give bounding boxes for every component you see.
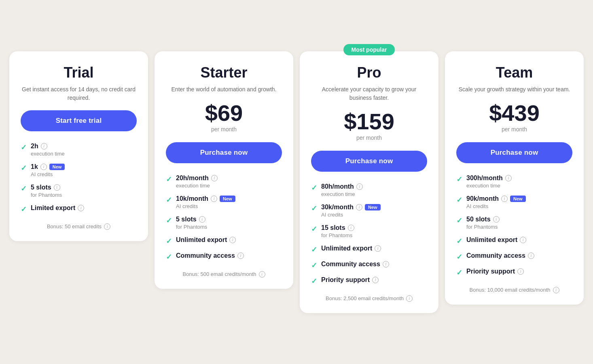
feature-item: ✓ 15 slots i for Phantoms [311, 224, 427, 238]
bonus-text: Bonus: 50 email credits [47, 223, 102, 229]
feature-sub: for Phantoms [321, 232, 354, 238]
plan-card-pro: Most popularProAccelerate your capacity … [300, 51, 438, 313]
feature-main: 80h/month i [321, 183, 363, 190]
feature-content: 5 slots i for Phantoms [31, 184, 62, 198]
info-icon[interactable]: i [40, 164, 47, 170]
checkmark-icon: ✓ [311, 245, 317, 254]
cta-button-trial[interactable]: Start free trial [21, 110, 137, 131]
info-icon[interactable]: i [229, 237, 236, 243]
bonus-info-icon[interactable]: i [259, 271, 265, 278]
feature-content: 80h/month i execution time [321, 183, 363, 197]
bonus-row-team: Bonus: 10,000 email credits/month i [456, 277, 572, 293]
feature-content: 30k/month i New AI credits [321, 204, 381, 218]
info-icon[interactable]: i [237, 252, 244, 259]
feature-content: Unlimited export i [466, 236, 526, 244]
features-list-starter: ✓ 20h/month i execution time ✓ 10k/month… [166, 175, 282, 261]
bonus-info-icon[interactable]: i [406, 295, 413, 302]
info-icon[interactable]: i [383, 261, 389, 267]
feature-sub: AI credits [466, 203, 526, 209]
feature-title: 90k/month [466, 195, 499, 202]
feature-title: 1k [31, 163, 38, 170]
features-list-trial: ✓ 2h i execution time ✓ 1k i New [21, 143, 137, 214]
feature-item: ✓ Community access i [166, 252, 282, 261]
plan-name-trial: Trial [21, 64, 137, 81]
info-icon[interactable]: i [520, 237, 526, 243]
feature-main: Limited export i [31, 204, 84, 212]
feature-main: Community access i [466, 252, 534, 259]
info-icon[interactable]: i [199, 216, 205, 223]
feature-item: ✓ Community access i [456, 252, 572, 261]
feature-title: 20h/month [176, 175, 209, 182]
checkmark-icon: ✓ [166, 175, 172, 184]
feature-sub: AI credits [321, 212, 381, 218]
new-badge: New [365, 204, 381, 210]
feature-content: Community access i [321, 261, 389, 268]
info-icon[interactable]: i [356, 204, 362, 210]
info-icon[interactable]: i [493, 216, 500, 223]
feature-main: 15 slots i [321, 224, 354, 231]
feature-title: Unlimited export [321, 245, 372, 252]
info-icon[interactable]: i [356, 183, 363, 190]
new-badge: New [220, 196, 235, 202]
info-icon[interactable]: i [528, 252, 534, 259]
info-icon[interactable]: i [348, 225, 354, 231]
plan-card-trial: TrialGet instant access for 14 days, no … [9, 51, 148, 241]
price-period-team: per month [456, 126, 572, 133]
checkmark-icon: ✓ [21, 184, 27, 193]
feature-item: ✓ Community access i [311, 261, 427, 270]
feature-sub: for Phantoms [31, 192, 62, 198]
feature-content: 2h i execution time [31, 143, 65, 157]
feature-item: ✓ 30k/month i New AI credits [311, 204, 427, 218]
info-icon[interactable]: i [211, 196, 217, 202]
info-icon[interactable]: i [372, 277, 379, 283]
plan-card-team: TeamScale your growth strategy within yo… [445, 51, 584, 305]
info-icon[interactable]: i [501, 196, 508, 202]
info-icon[interactable]: i [41, 143, 47, 149]
checkmark-icon: ✓ [166, 252, 172, 261]
feature-main: 90k/month i New [466, 195, 526, 202]
feature-title: Community access [321, 261, 380, 268]
feature-main: Priority support i [321, 276, 379, 284]
info-icon[interactable]: i [54, 184, 60, 191]
plan-card-starter: StarterEnter the world of automation and… [155, 51, 293, 289]
feature-item: ✓ Unlimited export i [456, 236, 572, 246]
info-icon[interactable]: i [505, 175, 512, 181]
feature-main: 1k i New [31, 163, 65, 170]
checkmark-icon: ✓ [456, 175, 462, 184]
feature-item: ✓ 50 slots i for Phantoms [456, 216, 572, 230]
feature-main: 5 slots i [176, 216, 207, 223]
cta-button-pro[interactable]: Purchase now [311, 151, 427, 172]
feature-sub: AI credits [176, 203, 235, 209]
feature-item: ✓ Unlimited export i [166, 236, 282, 246]
feature-content: 300h/month i execution time [466, 175, 512, 189]
bonus-row-starter: Bonus: 500 email credits/month i [166, 261, 282, 278]
checkmark-icon: ✓ [456, 196, 462, 204]
cta-button-starter[interactable]: Purchase now [166, 142, 282, 163]
feature-main: 20h/month i [176, 175, 218, 182]
pricing-container: TrialGet instant access for 14 days, no … [9, 51, 584, 313]
plan-description-pro: Accelerate your capacity to grow your bu… [311, 85, 427, 102]
feature-item: ✓ 300h/month i execution time [456, 175, 572, 189]
feature-item: ✓ 1k i New AI credits [21, 163, 137, 177]
info-icon[interactable]: i [78, 205, 84, 211]
price-period-pro: per month [311, 135, 427, 141]
feature-content: 1k i New AI credits [31, 163, 65, 177]
cta-button-team[interactable]: Purchase now [456, 142, 572, 163]
checkmark-icon: ✓ [456, 252, 462, 261]
feature-main: 10k/month i New [176, 195, 235, 202]
feature-title: Community access [176, 252, 235, 259]
feature-content: 10k/month i New AI credits [176, 195, 235, 209]
checkmark-icon: ✓ [456, 216, 462, 225]
info-icon[interactable]: i [517, 268, 524, 275]
info-icon[interactable]: i [375, 245, 381, 252]
bonus-text: Bonus: 10,000 email credits/month [469, 287, 550, 293]
feature-sub: execution time [321, 191, 363, 197]
feature-title: Unlimited export [466, 236, 517, 244]
checkmark-icon: ✓ [311, 277, 317, 286]
feature-content: 20h/month i execution time [176, 175, 218, 189]
feature-item: ✓ 5 slots i for Phantoms [21, 184, 137, 198]
bonus-info-icon[interactable]: i [553, 287, 559, 293]
bonus-info-icon[interactable]: i [104, 223, 110, 230]
checkmark-icon: ✓ [456, 237, 462, 246]
info-icon[interactable]: i [211, 175, 218, 181]
